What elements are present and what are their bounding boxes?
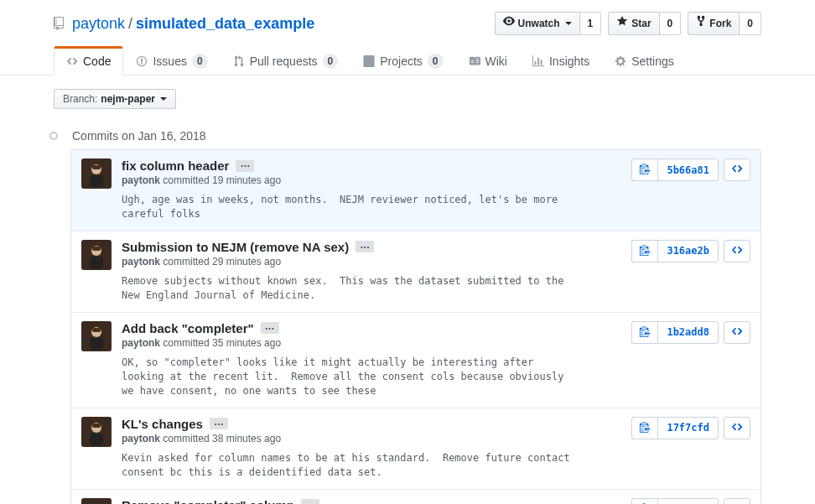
browse-repo-at-commit-button[interactable]: [724, 240, 750, 262]
avatar[interactable]: [81, 498, 112, 504]
author-link[interactable]: paytonk: [122, 337, 160, 349]
unwatch-label: Unwatch: [518, 15, 560, 32]
eye-icon: [503, 15, 515, 32]
graph-icon: [532, 55, 544, 67]
branch-name: nejm-paper: [101, 93, 155, 105]
commit-row: KL's changes … paytonk committed 38 minu…: [71, 408, 760, 489]
unwatch-button[interactable]: Unwatch: [495, 12, 580, 35]
avatar[interactable]: [81, 417, 112, 447]
author-link[interactable]: paytonk: [122, 256, 160, 268]
owner-link[interactable]: paytonk: [72, 15, 125, 33]
commits-date-heading: Commits on Jan 16, 2018: [72, 129, 206, 143]
avatar[interactable]: [81, 158, 112, 189]
fork-icon: [696, 15, 706, 32]
avatar[interactable]: [81, 321, 112, 351]
tab-wiki[interactable]: Wiki: [456, 46, 520, 75]
svg-rect-15: [92, 423, 101, 428]
commit-description: Kevin asked for column names to be at hi…: [122, 451, 621, 481]
fork-label: Fork: [709, 15, 731, 32]
tab-wiki-label: Wiki: [485, 55, 507, 68]
commit-time: 38 minutes ago: [212, 433, 281, 444]
committed-verb: committed: [163, 174, 209, 186]
code-icon: [731, 421, 743, 435]
fork-count[interactable]: 0: [740, 12, 761, 35]
commit-description: Remove subjects without known sex. This …: [122, 274, 621, 304]
expand-message-button[interactable]: …: [301, 499, 319, 504]
svg-rect-6: [90, 257, 103, 268]
copy-sha-button[interactable]: [631, 498, 657, 504]
committed-verb: committed: [163, 337, 209, 349]
commit-meta: paytonk committed 19 minutes ago: [122, 174, 621, 186]
sha-link[interactable]: 316ae2b: [657, 240, 719, 262]
tab-settings[interactable]: Settings: [602, 46, 687, 75]
sha-link[interactable]: 17f7cfd: [657, 417, 719, 439]
star-button[interactable]: Star: [608, 12, 659, 35]
expand-message-button[interactable]: …: [210, 418, 228, 429]
repo-icon: [54, 17, 67, 30]
sha-link[interactable]: 1b2add8: [657, 321, 719, 344]
clipboard-icon: [639, 244, 651, 258]
tab-insights[interactable]: Insights: [520, 46, 602, 75]
sha-link[interactable]: 5b66a81: [657, 158, 719, 181]
browse-repo-at-commit-button[interactable]: [724, 158, 750, 181]
tab-projects-label: Projects: [380, 55, 423, 68]
pull-request-icon: [233, 55, 245, 67]
browse-repo-at-commit-button[interactable]: [724, 498, 750, 504]
author-link[interactable]: paytonk: [122, 433, 160, 444]
commit-title-link[interactable]: Remove "completer" column: [122, 498, 294, 504]
svg-rect-10: [90, 338, 103, 350]
tab-code-label: Code: [83, 55, 111, 68]
branch-selector[interactable]: Branch: nejm-paper: [54, 89, 176, 109]
author-link[interactable]: paytonk: [122, 174, 160, 186]
tab-issues-label: Issues: [153, 55, 186, 68]
browse-repo-at-commit-button[interactable]: [724, 321, 750, 344]
expand-message-button[interactable]: …: [236, 160, 254, 172]
commit-title-link[interactable]: Submission to NEJM (remove NA sex): [122, 240, 349, 254]
commit-title-link[interactable]: KL's changes: [122, 417, 203, 431]
svg-rect-14: [90, 434, 103, 445]
avatar[interactable]: [81, 240, 112, 270]
repo-title: paytonk / simulated_data_example: [54, 15, 314, 33]
commit-row: Remove "completer" column … paytonk comm…: [71, 489, 760, 504]
svg-rect-11: [92, 328, 101, 332]
copy-sha-button[interactable]: [631, 417, 657, 439]
tab-issues[interactable]: Issues 0: [123, 46, 220, 75]
clipboard-icon: [639, 421, 651, 435]
caret-down-icon: [565, 22, 572, 25]
commit-time: 35 minutes ago: [212, 337, 281, 349]
tab-insights-label: Insights: [549, 55, 589, 68]
repo-link[interactable]: simulated_data_example: [136, 15, 314, 33]
copy-sha-button[interactable]: [631, 321, 657, 344]
svg-rect-16: [81, 498, 112, 504]
commit-time: 29 minutes ago: [212, 256, 281, 268]
sha-link[interactable]: 0f981bd: [657, 498, 719, 504]
watch-count[interactable]: 1: [580, 12, 602, 35]
code-icon: [66, 55, 78, 67]
tab-pull-requests[interactable]: Pull requests 0: [221, 46, 351, 75]
clipboard-icon: [639, 163, 651, 177]
copy-sha-button[interactable]: [631, 240, 657, 262]
star-label: Star: [631, 15, 651, 32]
browse-repo-at-commit-button[interactable]: [724, 417, 750, 439]
committed-verb: committed: [163, 433, 209, 444]
commit-title-link[interactable]: Add back "completer": [122, 321, 254, 335]
tab-projects[interactable]: Projects 0: [350, 46, 455, 75]
code-icon: [731, 163, 743, 177]
chevron-down-icon: [160, 97, 167, 101]
commits-list: fix column header … paytonk committed 19…: [70, 149, 761, 504]
commit-title-link[interactable]: fix column header: [122, 158, 229, 173]
expand-message-button[interactable]: …: [356, 241, 374, 252]
project-icon: [363, 55, 375, 67]
svg-rect-2: [90, 175, 103, 187]
commit-meta: paytonk committed 38 minutes ago: [122, 433, 621, 444]
timeline-marker-icon: [49, 132, 58, 140]
copy-sha-button[interactable]: [631, 158, 657, 181]
page-actions: Unwatch 1 Star 0 Fork 0: [495, 12, 761, 35]
commit-row: Submission to NEJM (remove NA sex) … pay…: [71, 231, 760, 312]
committed-verb: committed: [163, 256, 209, 268]
fork-button[interactable]: Fork: [688, 12, 740, 35]
svg-rect-7: [92, 247, 101, 251]
expand-message-button[interactable]: …: [261, 322, 279, 334]
star-count[interactable]: 0: [660, 12, 682, 35]
tab-code[interactable]: Code: [54, 46, 123, 75]
